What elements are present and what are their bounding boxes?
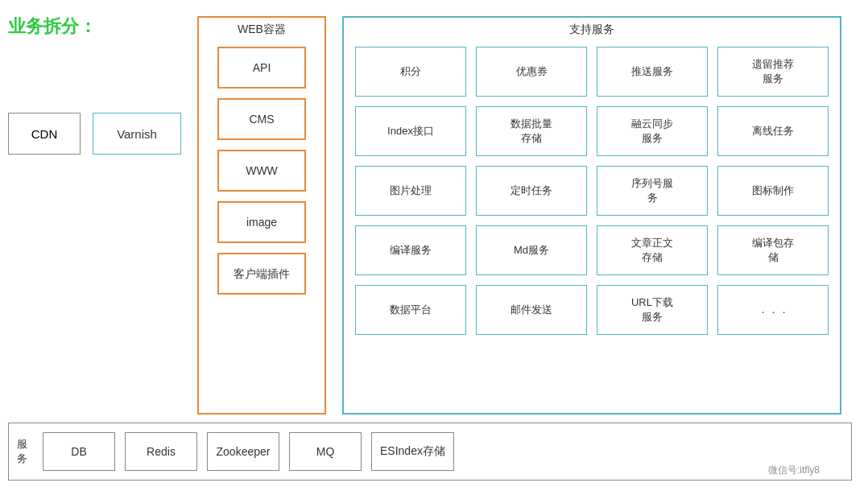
support-cell: 文章正文 存储: [597, 225, 708, 275]
support-cell: 序列号服 务: [597, 166, 708, 216]
support-grid: 积分优惠券推送服务遗留推荐 服务Index接口数据批量 存储融云同步 服务离线任…: [344, 40, 840, 341]
support-cell: 积分: [355, 47, 466, 97]
support-services-title: 支持服务: [344, 18, 840, 40]
bottom-bar-label: 服 务: [9, 437, 35, 466]
support-cell: ．．．: [717, 285, 829, 335]
support-cell: 离线任务: [717, 106, 829, 156]
support-cell: 编译包存 储: [717, 225, 829, 275]
support-cell: 数据批量 存储: [476, 106, 587, 156]
cdn-box: CDN: [8, 113, 81, 155]
web-container-box: WEB容器 APICMSWWWimage客户端插件: [197, 16, 326, 415]
bottom-service-item: MQ: [289, 432, 362, 471]
varnish-label: Varnish: [117, 127, 157, 141]
cdn-label: CDN: [31, 127, 58, 141]
page-title: 业务拆分：: [8, 14, 97, 39]
web-item: 客户端插件: [217, 253, 306, 295]
support-cell: 邮件发送: [476, 285, 587, 335]
bottom-items-list: DBRedisZookeeperMQESIndex存储: [35, 432, 851, 471]
support-cell: 推送服务: [597, 47, 708, 97]
bottom-service-item: DB: [43, 432, 115, 471]
support-cell: 融云同步 服务: [597, 106, 708, 156]
support-cell: Md服务: [476, 225, 587, 275]
support-services-box: 支持服务 积分优惠券推送服务遗留推荐 服务Index接口数据批量 存储融云同步 …: [342, 16, 841, 415]
support-cell: 遗留推荐 服务: [717, 47, 829, 97]
support-cell: Index接口: [355, 106, 466, 156]
support-cell: 图标制作: [717, 166, 829, 216]
web-item: image: [217, 201, 306, 243]
bottom-service-item: ESIndex存储: [371, 432, 454, 471]
bottom-service-item: Redis: [125, 432, 197, 471]
varnish-box: Varnish: [93, 113, 181, 155]
support-cell: 优惠券: [476, 47, 587, 97]
bottom-bar: 服 务 DBRedisZookeeperMQESIndex存储: [8, 423, 852, 481]
support-cell: 编译服务: [355, 225, 466, 275]
web-item: WWW: [217, 150, 306, 192]
support-cell: 数据平台: [355, 285, 466, 335]
web-inner-list: APICMSWWWimage客户端插件: [199, 40, 324, 301]
web-item: API: [217, 47, 306, 89]
web-container-title: WEB容器: [199, 18, 324, 40]
support-cell: 图片处理: [355, 166, 466, 216]
support-cell: 定时任务: [476, 166, 587, 216]
bottom-service-item: Zookeeper: [207, 432, 279, 471]
support-cell: URL下载 服务: [597, 285, 708, 335]
web-item: CMS: [217, 98, 306, 140]
